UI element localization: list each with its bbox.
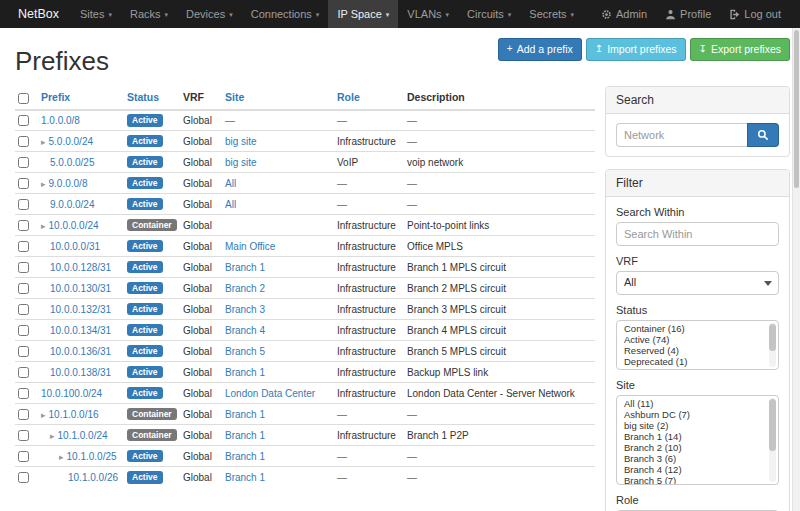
site-link[interactable]: London Data Center — [225, 388, 315, 399]
search-input[interactable] — [616, 123, 747, 147]
multiselect-option[interactable]: Deprecated (1) — [617, 356, 778, 367]
row-checkbox[interactable] — [18, 367, 29, 378]
row-checkbox[interactable] — [18, 262, 29, 273]
multiselect-option[interactable]: Active (74) — [617, 334, 778, 345]
column-header-site[interactable]: Site — [221, 86, 333, 110]
export-prefixes-button[interactable]: ↧Export prefixes — [690, 38, 790, 61]
site-link[interactable]: Branch 5 — [225, 346, 265, 357]
row-checkbox[interactable] — [18, 178, 29, 189]
add-a-prefix-button[interactable]: +Add a prefix — [498, 38, 582, 61]
prefix-link[interactable]: 10.0.0.0/31 — [50, 241, 100, 252]
prefix-link[interactable]: 10.0.0.136/31 — [50, 346, 111, 357]
site-link[interactable]: Branch 1 — [225, 367, 265, 378]
prefix-link[interactable]: 10.0.0.132/31 — [50, 304, 111, 315]
filter-select-vrf[interactable]: All — [616, 271, 779, 295]
nav-item-label: Devices — [186, 8, 225, 20]
site-link[interactable]: All — [225, 178, 236, 189]
multiselect-option[interactable]: Branch 3 (6) — [617, 453, 778, 464]
site-link[interactable]: Main Office — [225, 241, 275, 252]
site-link[interactable]: Branch 3 — [225, 304, 265, 315]
nav-item-circuits[interactable]: Circuits▾ — [458, 0, 520, 28]
site-link[interactable]: Branch 4 — [225, 325, 265, 336]
prefix-link[interactable]: 5.0.0.0/25 — [50, 157, 94, 168]
netbox-brand[interactable]: NetBox — [6, 0, 71, 28]
nav-item-sites[interactable]: Sites▾ — [71, 0, 121, 28]
multiselect-option[interactable]: Container (16) — [617, 323, 778, 334]
row-checkbox[interactable] — [18, 304, 29, 315]
status-cell: Active — [123, 110, 179, 131]
multiselect-option[interactable]: Reserved (4) — [617, 345, 778, 356]
row-checkbox[interactable] — [18, 241, 29, 252]
nav-item-racks[interactable]: Racks▾ — [121, 0, 177, 28]
import-prefixes-button[interactable]: ↥Import prefixes — [586, 38, 686, 61]
prefix-link[interactable]: 10.0.0.138/31 — [50, 367, 111, 378]
row-checkbox[interactable] — [18, 472, 29, 483]
multiselect-option[interactable]: Branch 5 (7) — [617, 475, 778, 485]
site-link[interactable]: Branch 1 — [225, 451, 265, 462]
prefix-link[interactable]: 10.1.0.0/25 — [67, 451, 117, 462]
filter-input-search-within[interactable] — [616, 222, 779, 246]
prefix-link[interactable]: 10.1.0.0/24 — [58, 430, 108, 441]
prefix-link[interactable]: 9.0.0.0/8 — [49, 178, 88, 189]
nav-item-ip-space[interactable]: IP Space▾ — [328, 0, 398, 28]
column-header-prefix[interactable]: Prefix — [37, 86, 123, 110]
admin-link[interactable]: Admin — [592, 0, 656, 28]
multiselect-option[interactable]: Branch 4 (12) — [617, 464, 778, 475]
search-button[interactable] — [747, 123, 779, 147]
log-out-link[interactable]: Log out — [720, 0, 790, 28]
multiselect-option[interactable]: Branch 2 (10) — [617, 442, 778, 453]
row-select-cell — [15, 278, 37, 299]
prefix-link[interactable]: 10.0.100.0/24 — [41, 388, 102, 399]
nav-item-devices[interactable]: Devices▾ — [177, 0, 242, 28]
prefix-link[interactable]: 10.0.0.130/31 — [50, 283, 111, 294]
table-row: 10.0.0.138/31ActiveGlobalBranch 1Infrast… — [15, 362, 595, 383]
multiselect-option[interactable]: Ashburn DC (7) — [617, 409, 778, 420]
row-checkbox[interactable] — [18, 157, 29, 168]
multiselect-option[interactable]: Branch 1 (14) — [617, 431, 778, 442]
select-all-checkbox[interactable] — [18, 93, 29, 104]
site-link[interactable]: big site — [225, 136, 257, 147]
scrollbar-thumb[interactable] — [794, 30, 799, 188]
prefix-link[interactable]: 5.0.0.0/24 — [49, 136, 93, 147]
prefix-link[interactable]: 10.0.0.134/31 — [50, 325, 111, 336]
row-checkbox[interactable] — [18, 430, 29, 441]
site-link[interactable]: All — [225, 199, 236, 210]
row-checkbox[interactable] — [18, 220, 29, 231]
multiselect-option[interactable]: All (11) — [617, 398, 778, 409]
prefix-link[interactable]: 10.0.0.0/24 — [49, 220, 99, 231]
scrollbar-thumb[interactable] — [769, 399, 776, 451]
row-checkbox[interactable] — [18, 409, 29, 420]
scrollbar-thumb[interactable] — [769, 324, 776, 351]
multiselect-scrollbar[interactable] — [769, 323, 776, 367]
search-panel-title: Search — [606, 87, 789, 114]
site-link[interactable]: Branch 1 — [225, 262, 265, 273]
row-checkbox[interactable] — [18, 388, 29, 399]
nav-item-connections[interactable]: Connections▾ — [242, 0, 329, 28]
column-header-status[interactable]: Status — [123, 86, 179, 110]
site-link[interactable]: Branch 1 — [225, 472, 265, 483]
column-header-role[interactable]: Role — [333, 86, 403, 110]
row-checkbox[interactable] — [18, 136, 29, 147]
filter-multiselect-site: All (11)Ashburn DC (7)big site (2)Branch… — [616, 395, 779, 485]
row-checkbox[interactable] — [18, 346, 29, 357]
row-checkbox[interactable] — [18, 283, 29, 294]
nav-item-secrets[interactable]: Secrets▾ — [520, 0, 583, 28]
multiselect-scrollbar[interactable] — [769, 398, 776, 482]
row-checkbox[interactable] — [18, 115, 29, 126]
site-link[interactable]: Branch 1 — [225, 430, 265, 441]
prefix-link[interactable]: 1.0.0.0/8 — [41, 115, 80, 126]
row-checkbox[interactable] — [18, 199, 29, 210]
profile-link[interactable]: Profile — [656, 0, 720, 28]
prefix-link[interactable]: 10.1.0.0/26 — [68, 472, 118, 483]
page-scrollbar[interactable] — [792, 28, 800, 511]
site-link[interactable]: big site — [225, 157, 257, 168]
site-link[interactable]: Branch 1 — [225, 409, 265, 420]
row-checkbox[interactable] — [18, 451, 29, 462]
prefix-link[interactable]: 10.1.0.0/16 — [49, 409, 99, 420]
prefix-link[interactable]: 9.0.0.0/24 — [50, 199, 94, 210]
prefix-link[interactable]: 10.0.0.128/31 — [50, 262, 111, 273]
row-checkbox[interactable] — [18, 325, 29, 336]
multiselect-option[interactable]: big site (2) — [617, 420, 778, 431]
nav-item-vlans[interactable]: VLANs▾ — [398, 0, 458, 28]
site-link[interactable]: Branch 2 — [225, 283, 265, 294]
